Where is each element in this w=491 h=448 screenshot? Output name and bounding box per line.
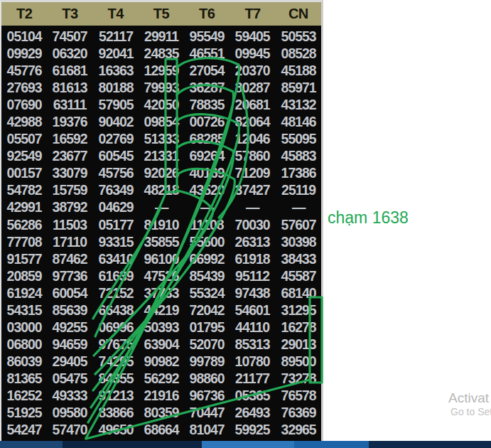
number-cell: 93315 (94, 233, 138, 250)
number-cell: 49255 (48, 319, 92, 336)
number-cell: 76578 (276, 387, 320, 404)
number-cell: 95112 (230, 267, 274, 284)
number-cell: 66992 (185, 250, 229, 267)
header-cell-t2[interactable]: T2 (1, 6, 47, 22)
number-cell: 19376 (48, 113, 92, 130)
table-row: 16252493339121321916967360536576578 (1, 387, 321, 404)
number-cell: 57470 (48, 421, 92, 438)
number-cell: 36287 (185, 79, 229, 96)
number-cell: 98860 (185, 370, 229, 387)
number-cell: 06320 (48, 45, 92, 62)
number-cell: 21177 (230, 370, 274, 387)
number-cell: 48218 (139, 181, 183, 198)
number-cell: 45776 (2, 62, 46, 79)
number-cell: 15759 (48, 181, 92, 198)
taskbar-strip[interactable] (0, 441, 491, 448)
activate-windows-watermark: Activat (448, 390, 489, 406)
number-cell: 90982 (139, 353, 183, 370)
number-cell: 57607 (276, 216, 320, 233)
number-cell: 78835 (185, 96, 229, 113)
go-to-settings-watermark[interactable]: Go to Set (450, 406, 491, 417)
table-row: 45776616811636312959270542037045188 (1, 62, 321, 79)
number-cell: 11503 (48, 216, 92, 233)
number-cell: 57860 (230, 147, 274, 164)
number-cell: 08528 (276, 45, 320, 62)
table-row: 03000492550699650393017954411016278 (1, 319, 321, 336)
table-row: 07690631115790542050788352068143132 (1, 96, 321, 113)
number-cell: 54601 (230, 302, 274, 319)
number-cell: 86039 (2, 353, 46, 370)
number-cell: 84355 (94, 370, 138, 387)
number-cell: 43132 (276, 96, 320, 113)
number-cell: 68664 (139, 421, 183, 438)
number-cell: 83866 (94, 404, 138, 421)
number-cell: 26493 (230, 404, 274, 421)
number-cell: 80359 (139, 404, 183, 421)
number-cell: 29911 (139, 28, 183, 45)
number-cell: 55600 (185, 233, 229, 250)
table-row: 92549236776054521331692645786045883 (1, 147, 321, 164)
number-cell: 54247 (2, 421, 46, 438)
number-cell: 89500 (276, 353, 320, 370)
number-cell: 42050 (139, 96, 183, 113)
table-row: 54315856396643844219720425460131295 (1, 302, 321, 319)
number-cell: 46551 (185, 45, 229, 62)
number-cell: 09945 (230, 45, 274, 62)
number-cell: 85971 (276, 79, 320, 96)
number-cell: 45883 (276, 147, 320, 164)
number-cell: 20681 (230, 96, 274, 113)
number-cell: 05475 (48, 370, 92, 387)
header-cell-t4[interactable]: T4 (93, 6, 139, 22)
number-cell: 24835 (139, 45, 183, 62)
number-cell: 61681 (48, 62, 92, 79)
number-cell: 45587 (276, 267, 320, 284)
number-cell: 85439 (185, 267, 229, 284)
number-cell: 16363 (94, 62, 138, 79)
number-cell: 80287 (230, 79, 274, 96)
taskbar-segment (369, 441, 491, 448)
number-cell: 73278 (276, 370, 320, 387)
lottery-number-table: T2T3T4T5T6T7CN 0510474507521172991195549… (0, 0, 323, 448)
number-cell: 69264 (185, 147, 229, 164)
table-row: 81365054758435556292988602117773278 (1, 370, 321, 387)
number-cell: 97736 (48, 267, 92, 284)
number-cell: 74295 (94, 353, 138, 370)
number-cell: 94659 (48, 336, 92, 353)
number-cell: 03000 (2, 319, 46, 336)
number-cell: 17110 (48, 233, 92, 250)
number-cell: 95549 (185, 28, 229, 45)
number-cell: 70030 (230, 216, 274, 233)
table-row: 42988193769040209854007268206448146 (1, 113, 321, 130)
number-cell: 23677 (48, 147, 92, 164)
table-row: 27693816138018879993362878028785971 (1, 79, 321, 96)
table-row: 86039294057429590982997891078089500 (1, 353, 321, 370)
number-cell: 33079 (48, 164, 92, 181)
number-cell: 50553 (276, 28, 320, 45)
table-row: 54782157597634948218435203742725119 (1, 181, 321, 198)
table-row: 56286115030517781910111087003057607 (1, 216, 321, 233)
header-cell-t3[interactable]: T3 (47, 6, 92, 22)
number-cell: 59405 (230, 28, 274, 45)
number-cell: 27054 (185, 62, 229, 79)
header-cell-cn[interactable]: CN (276, 6, 321, 22)
number-cell: 87462 (48, 250, 92, 267)
number-cell: 27693 (2, 79, 46, 96)
number-cell: 05177 (94, 216, 138, 233)
number-cell: 26313 (230, 233, 274, 250)
header-cell-t7[interactable]: T7 (230, 6, 275, 22)
number-cell: 56292 (139, 370, 183, 387)
number-cell: 63410 (94, 250, 138, 267)
weekday-header-row: T2T3T4T5T6T7CN (1, 2, 321, 26)
table-row: 06800946599767563904520708531329013 (1, 336, 321, 353)
number-cell: 85313 (230, 336, 274, 353)
number-cell: 55324 (185, 284, 229, 302)
number-cell: 96736 (185, 387, 229, 404)
number-cell: 55095 (276, 130, 320, 147)
header-cell-t6[interactable]: T6 (184, 6, 230, 22)
number-cell: 57905 (94, 96, 138, 113)
header-cell-t5[interactable]: T5 (139, 6, 184, 22)
number-cell: 44110 (230, 319, 274, 336)
number-cell: 40169 (185, 164, 229, 181)
number-cell: 60054 (48, 284, 92, 302)
number-cell: 09929 (2, 45, 46, 62)
